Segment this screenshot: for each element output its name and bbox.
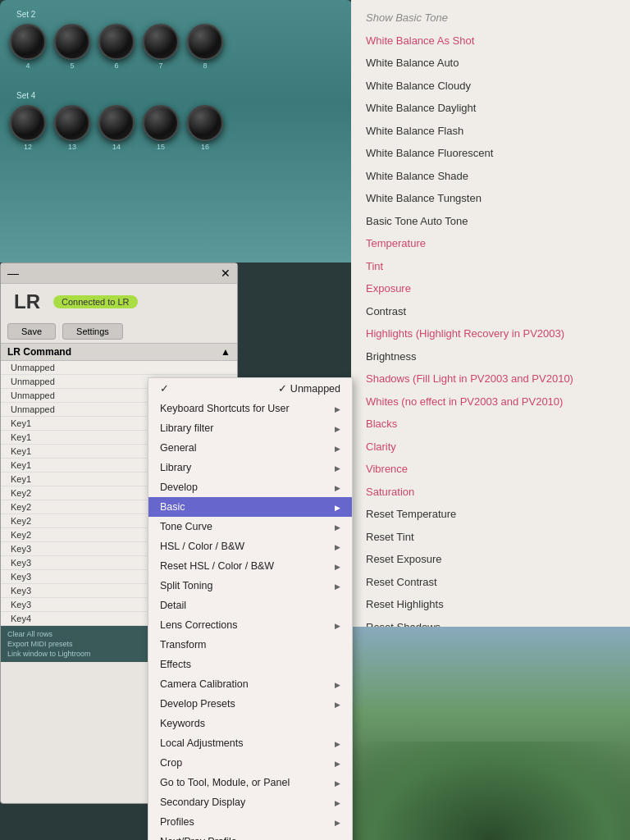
knob-6[interactable]: 6	[98, 24, 135, 70]
knob-dial[interactable]	[143, 24, 179, 60]
submenu-arrow-icon	[335, 737, 340, 749]
submenu-arrow-icon	[335, 777, 340, 788]
knob-label: 13	[68, 143, 76, 151]
right-panel-item[interactable]: Basic Tone Auto Tone	[361, 210, 620, 233]
submenu-arrow-icon	[335, 521, 340, 532]
dropdown-menu-item[interactable]: Reset HSL / Color / B&W	[148, 556, 352, 576]
knob-dial[interactable]	[98, 105, 135, 141]
dropdown-menu-item[interactable]: Develop Presets	[148, 694, 352, 714]
knob-dial[interactable]	[54, 24, 90, 60]
knob-8[interactable]: 8	[187, 24, 223, 70]
submenu-arrow-icon	[335, 698, 340, 710]
sort-icon[interactable]: ▲	[221, 346, 231, 358]
right-panel-item[interactable]: White Balance Tungsten	[361, 187, 620, 210]
dropdown-menu-item[interactable]: Profiles	[148, 812, 352, 832]
knob-4[interactable]: 4	[10, 24, 46, 70]
knob-15[interactable]: 15	[143, 105, 179, 151]
knob-dial[interactable]	[187, 24, 223, 60]
right-panel-item[interactable]: Blacks	[361, 413, 620, 436]
dropdown-item-label: Detail	[160, 600, 186, 611]
set2-label: Set 4	[0, 89, 353, 102]
knob-13[interactable]: 13	[54, 105, 90, 151]
right-panel-item[interactable]: Highlights (Highlight Recovery in PV2003…	[361, 322, 620, 345]
dropdown-item-label: ✓ Unmapped	[278, 382, 340, 395]
right-panel-item[interactable]: Brightness	[361, 345, 620, 368]
right-panel-item[interactable]: Tint	[361, 255, 620, 278]
submenu-arrow-icon	[335, 442, 340, 454]
right-panel-item[interactable]: White Balance Cloudy	[361, 75, 620, 98]
close-icon[interactable]: ✕	[221, 267, 231, 280]
dropdown-menu-item[interactable]: Crop	[148, 753, 352, 773]
background-scenery	[351, 627, 630, 840]
dropdown-menu-item[interactable]: Transform	[148, 635, 352, 655]
dropdown-menu-item[interactable]: ✓ Unmapped	[148, 378, 352, 399]
right-panel-item[interactable]: Reset Exposure	[361, 548, 620, 571]
dropdown-menu-item[interactable]: Split Toning	[148, 576, 352, 596]
dropdown-menu-item[interactable]: Keyboard Shortcuts for User	[148, 399, 352, 418]
right-panel-item[interactable]: Contrast	[361, 300, 620, 323]
minimize-icon[interactable]: —	[7, 267, 19, 280]
dropdown-menu-item[interactable]: Local Adjustments	[148, 733, 352, 753]
dropdown-menu-item[interactable]: Keywords	[148, 714, 352, 733]
knob-label: 16	[201, 143, 209, 151]
right-panel-item[interactable]: Vibrence	[361, 458, 620, 481]
right-panel-item[interactable]: Show Basic Tone	[361, 7, 620, 30]
right-command-panel: Show Basic ToneWhite Balance As ShotWhit…	[351, 0, 630, 632]
right-panel-item[interactable]: White Balance Daylight	[361, 97, 620, 120]
right-panel-item[interactable]: Reset Contrast	[361, 571, 620, 594]
right-panel-item[interactable]: Exposure	[361, 277, 620, 300]
right-panel-item[interactable]: White Balance Shade	[361, 165, 620, 188]
dropdown-menu-item[interactable]: Library filter	[148, 418, 352, 438]
dropdown-menu-item[interactable]: HSL / Color / B&W	[148, 536, 352, 556]
knob-row-1: 4 5 6 7 8	[0, 21, 353, 73]
knob-14[interactable]: 14	[98, 105, 135, 151]
submenu-arrow-icon	[335, 816, 340, 828]
right-panel-item[interactable]: Reset Tint	[361, 526, 620, 549]
settings-button[interactable]: Settings	[62, 323, 123, 340]
right-panel-item[interactable]: Reset Temperature	[361, 503, 620, 526]
knob-12[interactable]: 12	[10, 105, 46, 151]
dropdown-menu-item[interactable]: Secondary Display	[148, 792, 352, 812]
save-button[interactable]: Save	[7, 323, 56, 340]
knob-label: 4	[25, 62, 30, 70]
knob-7[interactable]: 7	[143, 24, 179, 70]
dropdown-menu-item[interactable]: Detail	[148, 596, 352, 615]
dropdown-menu-item[interactable]: Go to Tool, Module, or Panel	[148, 773, 352, 792]
right-panel-item[interactable]: Temperature	[361, 232, 620, 255]
lr-command-row[interactable]: Unmapped	[1, 361, 237, 375]
right-panel-item[interactable]: White Balance Flash	[361, 120, 620, 143]
submenu-arrow-icon	[335, 580, 340, 591]
right-panel-item[interactable]: Saturation	[361, 481, 620, 504]
dropdown-item-label: Camera Calibration	[160, 678, 249, 690]
dropdown-menu-item[interactable]: Next/Prev Profile	[148, 832, 352, 840]
knob-16[interactable]: 16	[187, 105, 223, 151]
right-panel-item[interactable]: White Balance Auto	[361, 52, 620, 75]
knob-dial[interactable]	[10, 105, 46, 141]
knob-dial[interactable]	[10, 24, 46, 60]
knob-5[interactable]: 5	[54, 24, 90, 70]
right-panel-item[interactable]: White Balance As Shot	[361, 30, 620, 52]
tree-silhouette	[351, 742, 630, 840]
dropdown-menu-item[interactable]: General	[148, 438, 352, 458]
dropdown-menu-item[interactable]: Effects	[148, 655, 352, 674]
dropdown-menu-item[interactable]: Develop	[148, 477, 352, 497]
knob-dial[interactable]	[143, 105, 179, 141]
knob-dial[interactable]	[54, 105, 90, 141]
connected-badge: Connected to LR	[53, 295, 138, 308]
right-panel-item[interactable]: White Balance Fluorescent	[361, 142, 620, 165]
knob-dial[interactable]	[98, 24, 135, 60]
dropdown-menu-item[interactable]: Basic	[148, 497, 352, 517]
submenu-arrow-icon	[335, 836, 340, 840]
command-header: LR Command ▲	[1, 343, 237, 361]
dropdown-menu-item[interactable]: Tone Curve	[148, 517, 352, 536]
dropdown-menu-item[interactable]: Library	[148, 458, 352, 477]
right-panel-item[interactable]: Reset Highlights	[361, 593, 620, 616]
right-panel-item[interactable]: Shadows (Fill Light in PV2003 and PV2010…	[361, 368, 620, 390]
dropdown-item-label: Library filter	[160, 422, 213, 434]
right-panel-item[interactable]: Clarity	[361, 436, 620, 459]
knob-dial[interactable]	[187, 105, 223, 141]
dropdown-item-label: Split Toning	[160, 580, 212, 591]
dropdown-menu-item[interactable]: Camera Calibration	[148, 674, 352, 694]
right-panel-item[interactable]: Whites (no effect in PV2003 and PV2010)	[361, 390, 620, 413]
dropdown-menu-item[interactable]: Lens Corrections	[148, 615, 352, 635]
